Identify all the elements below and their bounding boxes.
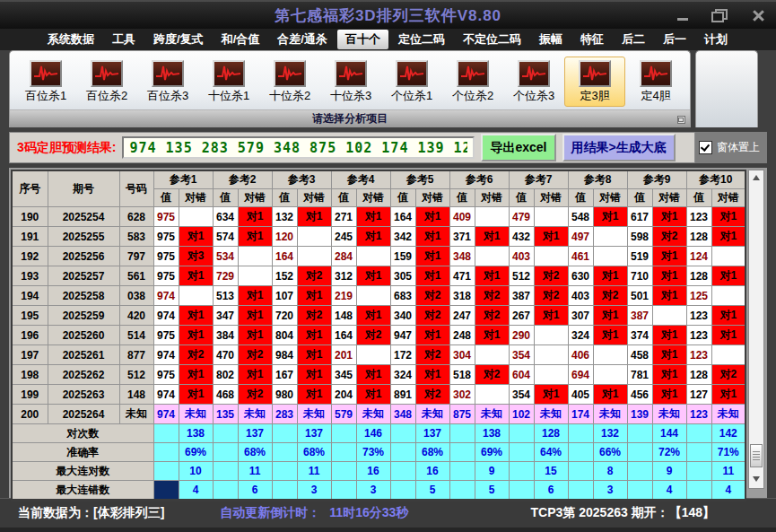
ref-value-cell[interactable]: 574: [213, 227, 238, 247]
menu-item-9[interactable]: 振幅: [531, 30, 571, 49]
ref-value-cell[interactable]: 219: [331, 286, 356, 306]
ref-result-cell[interactable]: [475, 247, 509, 266]
ref-value-cell[interactable]: 497: [568, 227, 593, 247]
close-icon[interactable]: [745, 6, 771, 24]
ref-value-cell[interactable]: 458: [627, 345, 652, 365]
ref-value-cell[interactable]: 974: [153, 345, 179, 365]
summary-spacer-cell[interactable]: [153, 424, 179, 443]
summary-value-cell[interactable]: 4: [711, 481, 745, 501]
summary-spacer-cell[interactable]: [213, 481, 238, 501]
ref-result-cell[interactable]: 未知: [297, 405, 331, 424]
ref-result-cell[interactable]: 对2: [534, 286, 568, 306]
summary-spacer-cell[interactable]: [390, 462, 415, 481]
scroll-down-icon[interactable]: [753, 476, 760, 482]
period-cell[interactable]: 2025263: [48, 385, 119, 405]
ref-result-cell[interactable]: 对1: [711, 306, 745, 326]
ref-result-cell[interactable]: 对1: [415, 266, 449, 286]
period-cell[interactable]: 2025261: [48, 345, 119, 365]
ref-value-cell[interactable]: 345: [331, 365, 356, 385]
ref-value-cell[interactable]: 318: [449, 286, 475, 306]
ref-value-cell[interactable]: 348: [449, 247, 475, 266]
ref-result-cell[interactable]: 对1: [297, 207, 331, 227]
ref-value-cell[interactable]: 384: [213, 326, 238, 345]
summary-value-cell[interactable]: 137: [415, 424, 449, 443]
ref-value-cell[interactable]: 579: [331, 405, 356, 424]
ref-value-cell[interactable]: 387: [627, 306, 652, 326]
ref-result-cell[interactable]: [593, 227, 627, 247]
summary-value-cell[interactable]: 9: [652, 462, 686, 481]
ref-value-cell[interactable]: 980: [272, 385, 297, 405]
menu-item-4[interactable]: 和/合值: [214, 30, 268, 49]
ref-value-cell[interactable]: 164: [390, 207, 415, 227]
summary-value-cell[interactable]: 15: [534, 462, 568, 481]
ref-value-cell[interactable]: 710: [627, 266, 652, 286]
ref-value-cell[interactable]: 123: [686, 405, 711, 424]
ref-result-cell[interactable]: 对1: [297, 345, 331, 365]
ref-result-cell[interactable]: 对1: [475, 326, 509, 345]
summary-value-cell[interactable]: 68%: [297, 443, 331, 462]
summary-spacer-cell[interactable]: [213, 424, 238, 443]
ref-value-cell[interactable]: 271: [331, 207, 356, 227]
ref-value-cell[interactable]: 974: [153, 286, 179, 306]
selected-cell[interactable]: [153, 481, 179, 501]
number-cell[interactable]: 797: [119, 247, 153, 266]
menu-item-6[interactable]: 百十个: [337, 30, 388, 49]
number-cell[interactable]: 038: [119, 286, 153, 306]
ref-value-cell[interactable]: 123: [686, 345, 711, 365]
ref-value-cell[interactable]: 128: [686, 227, 711, 247]
ref-result-cell[interactable]: 对1: [356, 365, 390, 385]
ref-value-cell[interactable]: 470: [213, 345, 238, 365]
ref-result-cell[interactable]: 对1: [297, 286, 331, 306]
ref-result-cell[interactable]: 对1: [652, 286, 686, 306]
ref-value-cell[interactable]: 304: [449, 345, 475, 365]
summary-spacer-cell[interactable]: [568, 481, 593, 501]
summary-spacer-cell[interactable]: [509, 481, 534, 501]
ref-result-cell[interactable]: 对1: [534, 306, 568, 326]
summary-value-cell[interactable]: 16: [356, 462, 390, 481]
ref-result-cell[interactable]: [534, 326, 568, 345]
seq-cell[interactable]: 198: [12, 365, 48, 385]
ref-result-cell[interactable]: 对1: [356, 306, 390, 326]
ref-value-cell[interactable]: 617: [627, 207, 652, 227]
ref-result-cell[interactable]: 对3: [179, 247, 213, 266]
ref-value-cell[interactable]: 405: [568, 385, 593, 405]
ref-result-cell[interactable]: 对1: [356, 266, 390, 286]
ref-result-cell[interactable]: [475, 385, 509, 405]
ref-result-cell[interactable]: 对1: [534, 227, 568, 247]
ref-result-cell[interactable]: [356, 286, 390, 306]
ref-result-cell[interactable]: 对1: [652, 326, 686, 345]
ref-result-cell[interactable]: 对1: [711, 326, 745, 345]
tool-button-11[interactable]: 定4胆: [625, 57, 686, 107]
menu-item-7[interactable]: 定位二码: [390, 30, 453, 49]
summary-value-cell[interactable]: 16: [415, 462, 449, 481]
ref-result-cell[interactable]: 未知: [356, 405, 390, 424]
summary-spacer-cell[interactable]: [686, 481, 711, 501]
ref-result-cell[interactable]: 对1: [179, 365, 213, 385]
ref-value-cell[interactable]: 387: [509, 286, 534, 306]
ref-result-cell[interactable]: 对1: [415, 365, 449, 385]
summary-value-cell[interactable]: 5: [475, 481, 509, 501]
ref-value-cell[interactable]: 348: [390, 405, 415, 424]
ref-result-cell[interactable]: 对1: [593, 266, 627, 286]
summary-spacer-cell[interactable]: [272, 443, 297, 462]
ref-value-cell[interactable]: 148: [331, 306, 356, 326]
period-cell[interactable]: 2025254: [48, 207, 119, 227]
ref-value-cell[interactable]: 128: [686, 266, 711, 286]
summary-value-cell[interactable]: 6: [238, 481, 272, 501]
ref-result-cell[interactable]: 未知: [238, 405, 272, 424]
ref-value-cell[interactable]: 984: [272, 345, 297, 365]
summary-spacer-cell[interactable]: [627, 443, 652, 462]
ref-result-cell[interactable]: 对1: [297, 385, 331, 405]
ref-result-cell[interactable]: 对1: [356, 385, 390, 405]
seq-cell[interactable]: 195: [12, 306, 48, 326]
ref-value-cell[interactable]: 501: [627, 286, 652, 306]
summary-spacer-cell[interactable]: [509, 424, 534, 443]
tool-button-8[interactable]: 个位杀2: [442, 57, 503, 107]
summary-value-cell[interactable]: 64%: [534, 443, 568, 462]
ref-result-cell[interactable]: 对1: [593, 207, 627, 227]
period-cell[interactable]: 2025260: [48, 326, 119, 345]
summary-value-cell[interactable]: 11: [238, 462, 272, 481]
tool-button-1[interactable]: 百位杀1: [15, 57, 76, 107]
ref-value-cell[interactable]: 324: [568, 326, 593, 345]
ref-result-cell[interactable]: 对1: [415, 326, 449, 345]
